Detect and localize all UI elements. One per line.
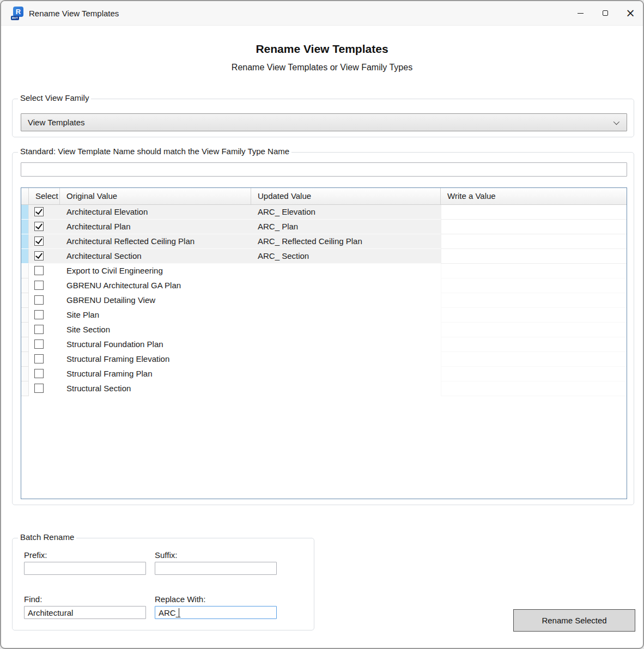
cell-write-value[interactable]: [441, 205, 627, 220]
column-header-original-value[interactable]: Original Value: [60, 188, 251, 204]
cell-updated-value: [251, 308, 441, 323]
view-family-selected-value: View Templates: [28, 118, 85, 127]
column-header-select[interactable]: Select: [29, 188, 60, 204]
cell-original-value: Architectural Reflected Ceiling Plan: [60, 234, 251, 249]
select-cell: [29, 234, 60, 249]
table-row: GBRENU Detailing View: [21, 293, 627, 308]
row-header[interactable]: [21, 249, 29, 264]
cell-original-value: Site Section: [60, 323, 251, 337]
row-header[interactable]: [21, 278, 29, 293]
cell-original-value: Structural Foundation Plan: [60, 337, 251, 352]
cell-original-value: Structural Section: [60, 381, 251, 396]
cell-original-value: Structural Framing Elevation: [60, 352, 251, 367]
cell-write-value[interactable]: [441, 308, 627, 323]
row-header[interactable]: [21, 323, 29, 337]
batch-rename-group-label: Batch Rename: [18, 532, 76, 542]
table-body: Architectural ElevationARC_ ElevationArc…: [21, 205, 627, 396]
prefix-input[interactable]: [24, 562, 146, 575]
row-checkbox[interactable]: [34, 251, 44, 260]
row-checkbox[interactable]: [34, 236, 44, 246]
cell-write-value[interactable]: [441, 264, 627, 278]
maximize-button[interactable]: [593, 1, 618, 25]
row-checkbox[interactable]: [34, 354, 44, 363]
cell-original-value: Structural Framing Plan: [60, 367, 251, 381]
chevron-down-icon: [613, 118, 619, 124]
table-row: Site Plan: [21, 308, 627, 323]
select-cell: [29, 205, 60, 220]
standard-input[interactable]: [21, 162, 627, 177]
row-header[interactable]: [21, 352, 29, 367]
table-header-corner: [21, 188, 29, 204]
maximize-icon: [603, 10, 608, 16]
view-family-group-label: Select View Family: [18, 93, 91, 102]
suffix-input[interactable]: [155, 562, 277, 575]
cell-write-value[interactable]: [441, 249, 627, 264]
minimize-button[interactable]: [568, 1, 593, 25]
cell-write-value[interactable]: [441, 220, 627, 234]
select-cell: [29, 337, 60, 352]
prefix-label: Prefix:: [24, 550, 47, 560]
cell-write-value[interactable]: [441, 352, 627, 367]
table-row: Structural Framing Elevation: [21, 352, 627, 367]
cell-write-value[interactable]: [441, 367, 627, 381]
cell-write-value[interactable]: [441, 381, 627, 396]
table-row: Structural Framing Plan: [21, 367, 627, 381]
cell-original-value: Architectural Elevation: [60, 205, 251, 220]
window-title: Rename View Templates: [29, 9, 119, 18]
select-cell: [29, 381, 60, 396]
select-cell: [29, 249, 60, 264]
cell-updated-value: [251, 278, 441, 293]
cell-write-value[interactable]: [441, 323, 627, 337]
rename-selected-button[interactable]: Rename Selected: [513, 609, 635, 632]
row-header[interactable]: [21, 234, 29, 249]
close-icon: ×: [625, 8, 635, 19]
row-header[interactable]: [21, 337, 29, 352]
cell-write-value[interactable]: [441, 278, 627, 293]
row-checkbox[interactable]: [34, 325, 44, 334]
page-subtitle: Rename View Templates or View Family Typ…: [1, 63, 643, 72]
page-title: Rename View Templates: [1, 43, 643, 56]
close-button[interactable]: ×: [618, 1, 643, 25]
row-header[interactable]: [21, 220, 29, 234]
row-header[interactable]: [21, 308, 29, 323]
column-header-updated-value[interactable]: Updated Value: [251, 188, 441, 204]
row-checkbox[interactable]: [34, 384, 44, 393]
standard-group: Standard: View Template Name should matc…: [12, 152, 634, 505]
row-header[interactable]: [21, 205, 29, 220]
table-header: Select Original Value Updated Value Writ…: [21, 188, 627, 205]
row-header[interactable]: [21, 293, 29, 308]
row-header[interactable]: [21, 381, 29, 396]
row-checkbox[interactable]: [34, 310, 44, 319]
table-row: Structural Section: [21, 381, 627, 396]
column-header-write-a-value[interactable]: Write a Value: [441, 188, 627, 204]
cell-original-value: Architectural Section: [60, 249, 251, 264]
row-header[interactable]: [21, 264, 29, 278]
select-cell: [29, 220, 60, 234]
table-row: Architectural SectionARC_ Section: [21, 249, 627, 264]
table-row: Architectural PlanARC_ Plan: [21, 220, 627, 234]
row-checkbox[interactable]: [34, 339, 44, 349]
row-checkbox[interactable]: [34, 281, 44, 290]
row-checkbox[interactable]: [34, 369, 44, 378]
cell-updated-value: ARC_ Section: [251, 249, 441, 264]
table-row: Architectural Reflected Ceiling PlanARC_…: [21, 234, 627, 249]
cell-write-value[interactable]: [441, 337, 627, 352]
row-header[interactable]: [21, 367, 29, 381]
row-checkbox[interactable]: [34, 222, 44, 231]
minimize-icon: [578, 13, 584, 14]
row-checkbox[interactable]: [34, 207, 44, 216]
find-input[interactable]: [24, 606, 146, 619]
cell-original-value: Site Plan: [60, 308, 251, 323]
row-checkbox[interactable]: [34, 266, 44, 275]
standard-group-label: Standard: View Template Name should matc…: [18, 147, 291, 156]
table-row: GBRENU Architectural GA Plan: [21, 278, 627, 293]
cell-write-value[interactable]: [441, 293, 627, 308]
cell-write-value[interactable]: [441, 234, 627, 249]
row-checkbox[interactable]: [34, 295, 44, 305]
replace-with-input[interactable]: [155, 606, 277, 619]
templates-table: Select Original Value Updated Value Writ…: [21, 187, 627, 499]
select-cell: [29, 367, 60, 381]
view-family-dropdown[interactable]: View Templates: [21, 113, 627, 131]
revit-app-icon: R RVT: [11, 6, 24, 20]
cell-original-value: Architectural Plan: [60, 220, 251, 234]
